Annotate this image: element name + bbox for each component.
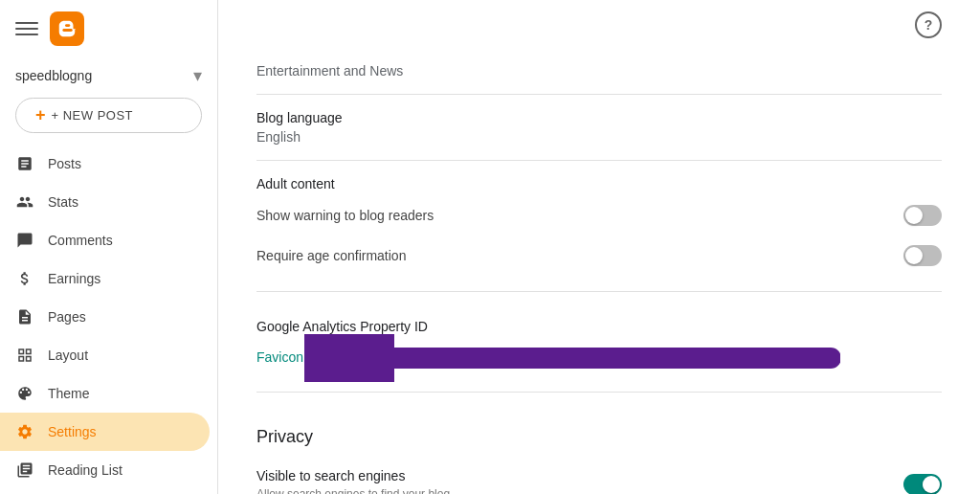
pages-label: Pages [48, 309, 86, 325]
visible-search-thumb [923, 476, 940, 493]
earnings-icon [15, 269, 34, 288]
show-warning-track[interactable] [903, 205, 942, 226]
require-age-thumb [905, 247, 923, 264]
sidebar-item-theme[interactable]: Theme [0, 374, 210, 413]
sidebar-header [0, 0, 217, 57]
blogger-logo [50, 11, 84, 46]
category-section: Entertainment and News [256, 46, 942, 95]
google-analytics-row: Google Analytics Property ID [256, 307, 942, 342]
top-bar: ? [256, 0, 942, 46]
google-analytics-section: Google Analytics Property ID Favicon [256, 292, 942, 393]
blog-selector[interactable]: speedblogng ▾ [0, 57, 217, 90]
settings-icon [15, 422, 34, 441]
sidebar-item-reading-list[interactable]: Reading List [0, 451, 210, 489]
blog-language-label: Blog language [256, 110, 942, 125]
visible-search-desc: Allow search engines to find your blog [256, 487, 450, 494]
blog-language-section: Blog language English [256, 95, 942, 161]
comments-label: Comments [48, 233, 113, 248]
pages-icon [15, 307, 34, 326]
new-post-button[interactable]: + + NEW POST [15, 98, 202, 133]
layout-label: Layout [48, 348, 88, 363]
sidebar-item-layout[interactable]: Layout [0, 336, 210, 374]
blog-language-value: English [256, 129, 942, 145]
sidebar-item-settings[interactable]: Settings [0, 413, 210, 451]
sidebar-item-earnings[interactable]: Earnings [0, 259, 210, 298]
new-post-label: + NEW POST [52, 108, 134, 123]
privacy-heading: Privacy [256, 408, 942, 459]
show-warning-label: Show warning to blog readers [256, 208, 434, 223]
posts-icon [15, 154, 34, 173]
require-age-label: Require age confirmation [256, 248, 406, 263]
adult-content-section: Adult content Show warning to blog reade… [256, 161, 942, 292]
privacy-section: Privacy Visible to search engines Allow … [256, 393, 942, 494]
sidebar: speedblogng ▾ + + NEW POST Posts Stats C… [0, 0, 218, 494]
sidebar-item-stats[interactable]: Stats [0, 183, 210, 221]
sidebar-item-pages[interactable]: Pages [0, 298, 210, 336]
visible-search-text-group: Visible to search engines Allow search e… [256, 468, 450, 494]
layout-icon [15, 346, 34, 365]
theme-icon [15, 384, 34, 403]
visible-search-row: Visible to search engines Allow search e… [256, 459, 942, 494]
favicon-row: Favicon [256, 342, 942, 376]
require-age-toggle[interactable] [903, 245, 942, 266]
blog-name: speedblogng [15, 68, 92, 83]
reading-list-icon [15, 460, 34, 480]
reading-list-label: Reading List [48, 462, 122, 478]
favicon-link[interactable]: Favicon [256, 349, 303, 365]
show-warning-row: Show warning to blog readers [256, 195, 942, 236]
require-age-row: Require age confirmation [256, 236, 942, 276]
visible-search-label: Visible to search engines [256, 468, 450, 483]
show-warning-thumb [905, 207, 923, 224]
dropdown-arrow-icon: ▾ [193, 65, 202, 86]
visible-search-track[interactable] [903, 474, 942, 494]
main-content: ? Entertainment and News Blog language E… [218, 0, 980, 494]
sidebar-nav: Posts Stats Comments Earnings Pages [0, 145, 217, 489]
require-age-track[interactable] [903, 245, 942, 266]
arrow-annotation [304, 334, 840, 382]
stats-icon [15, 192, 34, 212]
category-value: Entertainment and News [256, 63, 942, 79]
theme-label: Theme [48, 386, 90, 401]
sidebar-item-posts[interactable]: Posts [0, 145, 210, 183]
adult-content-label: Adult content [256, 176, 942, 191]
sidebar-item-comments[interactable]: Comments [0, 221, 210, 259]
earnings-label: Earnings [48, 271, 100, 286]
help-icon[interactable]: ? [915, 11, 942, 38]
plus-icon: + [35, 105, 46, 125]
hamburger-icon[interactable] [15, 17, 38, 40]
settings-label: Settings [48, 424, 97, 439]
stats-label: Stats [48, 194, 78, 210]
comments-icon [15, 231, 34, 250]
show-warning-toggle[interactable] [903, 205, 942, 226]
google-analytics-label: Google Analytics Property ID [256, 319, 942, 334]
posts-label: Posts [48, 156, 81, 171]
visible-search-toggle[interactable] [903, 474, 942, 494]
